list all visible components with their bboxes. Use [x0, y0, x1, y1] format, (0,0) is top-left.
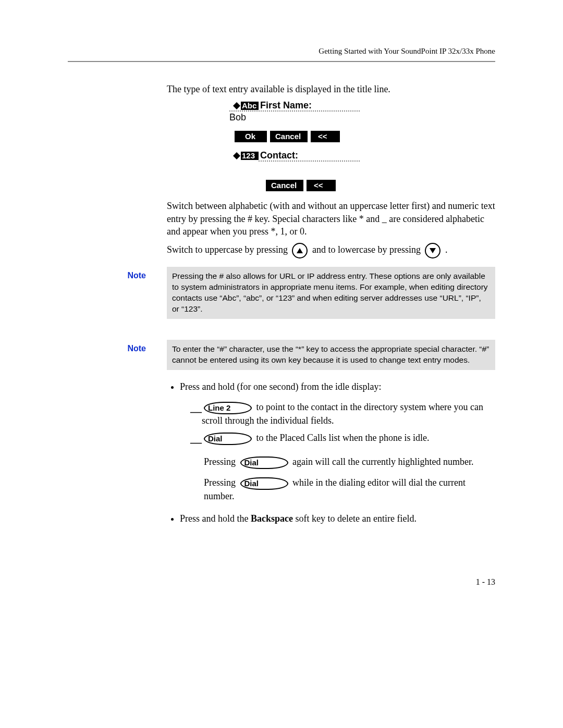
svg-text:Ok: Ok [245, 132, 256, 141]
note-2: Note To enter the “#” character, use the… [68, 340, 495, 370]
svg-text:Cancel: Cancel [275, 132, 301, 141]
down-arrow-icon [425, 243, 440, 258]
b2-b: soft key to delete an entire field. [293, 513, 417, 524]
sub-item-1: — Line 2 to point to the contact in the … [190, 401, 495, 427]
up-arrow-icon [292, 243, 308, 258]
note-1: Note Pressing the # also allows for URL … [68, 267, 495, 319]
note-body-1: Pressing the # also allows for URL or IP… [167, 267, 495, 319]
sp1-b: again will call the currently highlighte… [290, 456, 474, 467]
lcd-figure-2: 123 Contact: Cancel << [229, 151, 495, 194]
para-case-switch: Switch to uppercase by pressing and to l… [167, 243, 495, 258]
sub2-text: to the Placed Calls list when the phone … [254, 433, 429, 443]
svg-text:Cancel: Cancel [271, 181, 297, 190]
lcd-figure-1: Abc First Name: Bob Ok Cancel << [229, 101, 495, 145]
para-intro: The type of text entry available is disp… [167, 83, 495, 95]
txt-c: . [445, 244, 448, 255]
sub-para-1: Pressing Dial again will call the curren… [204, 455, 495, 469]
sub-para-2: Pressing Dial while in the dialing edito… [204, 476, 495, 503]
backspace-bold: Backspace [251, 513, 293, 524]
svg-text:First Name:: First Name: [260, 101, 312, 110]
note-label: Note [68, 267, 167, 280]
svg-text:Bob: Bob [229, 112, 246, 122]
sp1-a: Pressing [204, 456, 238, 467]
b2-a: Press and hold the [180, 513, 251, 524]
sp2-a: Pressing [204, 477, 238, 488]
note-label: Note [68, 340, 167, 353]
dial-key: Dial [240, 456, 288, 469]
note-body-2: To enter the “#” character, use the “*” … [167, 340, 495, 370]
bullet-1: Press and hold (for one second) from the… [180, 380, 495, 503]
dial-key: Dial [204, 433, 252, 445]
bullet-list: Press and hold (for one second) from the… [167, 380, 495, 525]
svg-text:<<: << [314, 181, 323, 190]
sub-item-2: — Dial to the Placed Calls list when the… [190, 431, 495, 448]
bullet-1-text: Press and hold (for one second) from the… [180, 381, 381, 392]
txt-a: Switch to uppercase by pressing [167, 244, 290, 255]
txt-b: and to lowercase by pressing [312, 244, 423, 255]
svg-text:123: 123 [242, 151, 255, 160]
dial-key: Dial [240, 477, 288, 490]
dash-icon: — [190, 401, 202, 417]
line2-key: Line 2 [204, 402, 252, 414]
svg-text:<<: << [318, 132, 327, 141]
svg-text:Contact:: Contact: [260, 151, 298, 161]
header-rule [68, 61, 495, 62]
svg-text:Abc: Abc [242, 101, 256, 110]
page-header: Getting Started with Your SoundPoint IP … [68, 47, 495, 56]
bullet-2: Press and hold the Backspace soft key to… [180, 512, 495, 525]
para-switch-text: Switch between alphabetic (with and with… [167, 200, 495, 238]
dash-icon: — [190, 431, 202, 448]
page-number: 1 - 13 [68, 577, 495, 587]
